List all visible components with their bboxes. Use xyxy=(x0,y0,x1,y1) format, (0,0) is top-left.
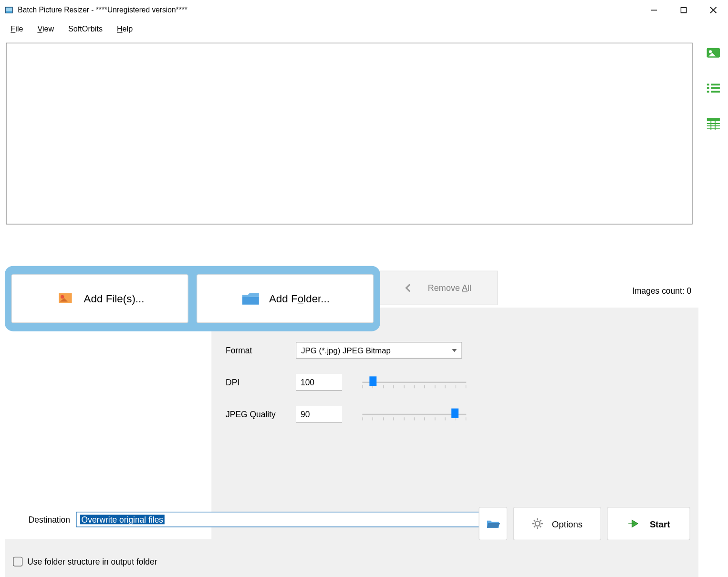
svg-rect-32 xyxy=(711,87,720,89)
svg-rect-28 xyxy=(707,84,709,86)
quality-slider[interactable] xyxy=(362,409,466,421)
menu-file[interactable]: File xyxy=(5,21,29,35)
svg-rect-30 xyxy=(707,91,709,93)
svg-rect-33 xyxy=(711,91,720,93)
folder-structure-label: Use folder structure in output folder xyxy=(27,557,157,567)
svg-point-17 xyxy=(535,521,540,526)
view-list-button[interactable] xyxy=(706,81,721,96)
minimize-button[interactable] xyxy=(639,0,669,20)
image-file-icon xyxy=(55,288,75,309)
svg-rect-1 xyxy=(6,8,11,11)
folder-open-icon xyxy=(486,518,500,530)
svg-point-7 xyxy=(61,295,64,299)
add-files-button[interactable]: Add File(s)... xyxy=(11,274,188,323)
svg-line-22 xyxy=(534,520,535,521)
svg-point-27 xyxy=(709,50,712,53)
view-thumbnails-button[interactable] xyxy=(706,45,721,61)
menu-softorbits[interactable]: SoftOrbits xyxy=(62,21,109,35)
start-button[interactable]: Start xyxy=(607,507,690,540)
options-button[interactable]: Options xyxy=(513,507,601,540)
add-highlight: Add File(s)... Add Folder... xyxy=(5,266,380,331)
quality-label: JPEG Quality xyxy=(226,410,296,419)
close-button[interactable] xyxy=(698,0,728,20)
folder-structure-checkbox[interactable] xyxy=(13,557,22,567)
svg-rect-3 xyxy=(681,8,686,13)
images-count-label: Images count: 0 xyxy=(632,286,691,296)
menubar: File View SoftOrbits Help xyxy=(0,20,728,37)
format-select[interactable]: JPG (*.jpg) JPEG Bitmap xyxy=(296,342,462,359)
thumbnail-list[interactable] xyxy=(5,308,211,539)
add-folder-button[interactable]: Add Folder... xyxy=(197,274,374,323)
svg-rect-31 xyxy=(711,84,720,86)
remove-all-button[interactable]: Remove All xyxy=(378,271,498,305)
add-files-label: Add File(s)... xyxy=(84,292,145,305)
dpi-input[interactable]: 100 xyxy=(296,374,342,391)
titlebar: Batch Picture Resizer - ****Unregistered… xyxy=(0,0,728,20)
svg-rect-29 xyxy=(707,87,709,89)
preview-area[interactable] xyxy=(6,43,692,225)
quality-input[interactable]: 90 xyxy=(296,406,342,423)
gear-icon xyxy=(531,518,543,530)
view-details-button[interactable] xyxy=(706,116,721,132)
app-icon xyxy=(3,5,14,15)
settings-panel: Effects Tools Format JPG (*.jpg) JPEG Bi… xyxy=(5,308,698,577)
format-label: Format xyxy=(226,346,296,355)
dpi-label: DPI xyxy=(226,378,296,387)
view-mode-bar xyxy=(698,37,728,577)
destination-label: Destination xyxy=(29,515,70,524)
destination-select[interactable]: Overwrite original files xyxy=(76,512,494,527)
menu-view[interactable]: View xyxy=(31,21,60,35)
browse-folder-button[interactable] xyxy=(478,507,507,540)
svg-rect-34 xyxy=(707,118,720,121)
dpi-slider[interactable] xyxy=(362,376,466,388)
svg-line-24 xyxy=(540,520,541,521)
svg-line-23 xyxy=(540,526,541,527)
svg-line-25 xyxy=(534,526,535,527)
window-title: Batch Picture Resizer - ****Unregistered… xyxy=(18,6,187,14)
play-arrow-icon xyxy=(627,518,642,530)
folder-icon xyxy=(240,288,260,309)
menu-help[interactable]: Help xyxy=(111,21,138,35)
maximize-button[interactable] xyxy=(669,0,698,20)
chevron-left-icon xyxy=(404,283,414,293)
